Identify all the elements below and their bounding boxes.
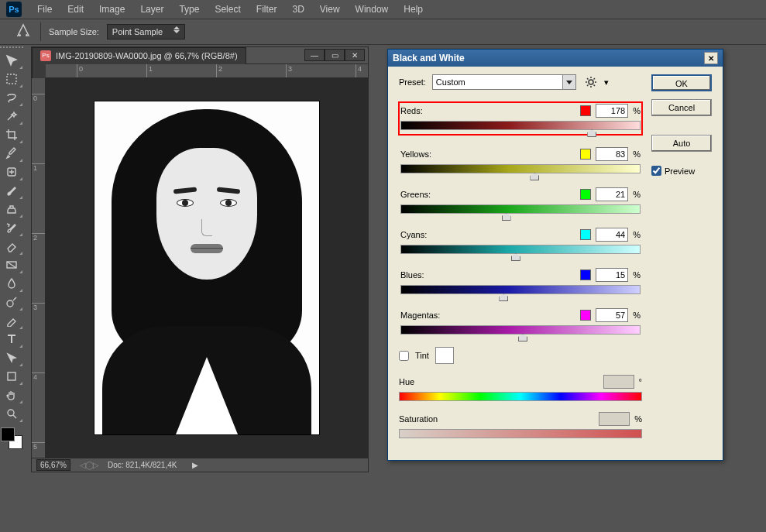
greens-input[interactable] [596,187,628,201]
greens-slider[interactable] [400,204,641,214]
reds-label: Reds: [400,106,423,115]
lasso-tool[interactable] [0,88,23,107]
magentas-input[interactable] [596,308,628,322]
gradient-tool[interactable] [0,256,23,274]
yellows-input[interactable] [596,147,628,161]
eyedropper-tool[interactable] [0,144,23,163]
zoom-slider-icon[interactable]: ◁◯▷ [80,461,98,469]
dialog-titlebar[interactable]: Black and White ✕ [388,50,723,67]
menu-file[interactable]: File [29,1,60,18]
tint-color-swatch[interactable] [435,347,454,364]
app-logo: Ps [6,2,22,17]
close-button[interactable]: ✕ [345,49,365,61]
menu-type[interactable]: Type [171,1,207,18]
shape-tool[interactable] [0,367,23,386]
menu-window[interactable]: Window [348,1,397,18]
move-tool[interactable] [0,51,23,70]
magentas-slider[interactable] [400,325,641,335]
options-bar: Sample Size: Point Sample [0,19,766,45]
minimize-button[interactable]: — [304,49,325,61]
cyans-slider[interactable] [400,245,641,254]
preset-label: Preset: [399,77,426,87]
magentas-slider-block: Magentas:% [399,307,642,336]
hue-label: Hue [399,377,414,386]
color-swatches[interactable] [1,427,22,449]
window-controls: — ▭ ✕ [304,49,365,61]
black-and-white-dialog: Black and White ✕ Preset: Custom ▾ Reds:… [387,49,723,461]
saturation-slider[interactable] [399,429,642,438]
hue-slider[interactable] [399,392,642,401]
eraser-tool[interactable] [0,237,23,256]
menu-view[interactable]: View [312,1,348,18]
greens-swatch [580,189,591,200]
pen-tool[interactable] [0,311,23,330]
history-brush-tool[interactable] [0,218,23,237]
svg-line-15 [587,85,589,87]
cyans-input[interactable] [596,228,628,242]
greens-slider-thumb[interactable] [502,213,511,221]
document-tab-title: IMG-20190809-WA0000.jpg @ 66,7% (RGB/8#) [56,51,238,60]
blues-slider-thumb[interactable] [499,293,508,301]
menu-3d[interactable]: 3D [284,1,311,18]
blues-slider[interactable] [400,285,641,294]
preset-menu-icon[interactable] [586,77,596,88]
type-tool[interactable] [0,330,23,348]
auto-button[interactable]: Auto [651,135,712,152]
menu-layer[interactable]: Layer [132,1,171,18]
reds-slider[interactable] [400,121,641,130]
yellows-slider[interactable] [400,164,641,173]
rect-marquee-tool[interactable] [0,70,23,88]
statusbar-menu-icon[interactable]: ▶ [192,461,198,469]
menu-help[interactable]: Help [396,1,431,18]
dodge-tool[interactable] [0,293,23,311]
spot-healing-tool[interactable] [0,163,23,181]
magentas-slider-thumb[interactable] [518,334,527,342]
svg-point-7 [8,410,14,416]
preview-checkbox[interactable] [651,166,661,176]
document-tab[interactable]: Ps IMG-20190809-WA0000.jpg @ 66,7% (RGB/… [32,47,246,64]
cancel-button[interactable]: Cancel [651,99,712,116]
hand-tool[interactable] [0,386,23,404]
preset-select[interactable]: Custom [432,74,576,90]
hue-input[interactable] [603,375,634,389]
reds-swatch [580,105,591,116]
ok-button[interactable]: OK [651,74,712,91]
filetype-icon: Ps [40,50,51,61]
dialog-close-button[interactable]: ✕ [704,52,718,64]
clone-stamp-tool[interactable] [0,200,23,218]
preview-checkbox-row[interactable]: Preview [651,166,712,176]
sample-size-label: Sample Size: [49,27,99,36]
menu-image[interactable]: Image [91,1,132,18]
maximize-button[interactable]: ▭ [325,49,345,61]
menu-select[interactable]: Select [207,1,248,18]
tint-label: Tint [415,351,429,360]
yellows-label: Yellows: [400,149,431,159]
crop-tool[interactable] [0,125,23,144]
saturation-input[interactable] [599,412,630,426]
blues-input[interactable] [596,268,628,282]
reds-input[interactable] [596,104,628,118]
reds-slider-thumb[interactable] [587,129,596,137]
menu-edit[interactable]: Edit [60,1,91,18]
svg-point-5 [7,300,13,307]
svg-line-14 [593,85,595,87]
path-selection-tool[interactable] [0,348,23,367]
svg-point-8 [589,80,593,84]
cyans-slider-thumb[interactable] [511,253,520,261]
zoom-tool[interactable] [0,404,23,423]
zoom-readout[interactable]: 66,67% [36,459,70,471]
document-statusbar: 66,67% ◁◯▷ Doc: 821,4K/821,4K ▶ [32,458,368,472]
sample-size-select[interactable]: Point Sample [107,24,185,39]
svg-rect-6 [8,372,15,380]
doc-size-readout: Doc: 821,4K/821,4K [108,461,177,469]
brush-tool[interactable] [0,181,23,200]
percent-unit: % [633,311,641,320]
blues-swatch [580,269,591,280]
dialog-title: Black and White [393,53,465,63]
tint-checkbox[interactable] [399,351,409,361]
canvas-area[interactable] [46,78,368,458]
magic-wand-tool[interactable] [0,107,23,125]
blur-tool[interactable] [0,274,23,293]
menu-filter[interactable]: Filter [249,1,285,18]
yellows-slider-thumb[interactable] [530,173,539,180]
